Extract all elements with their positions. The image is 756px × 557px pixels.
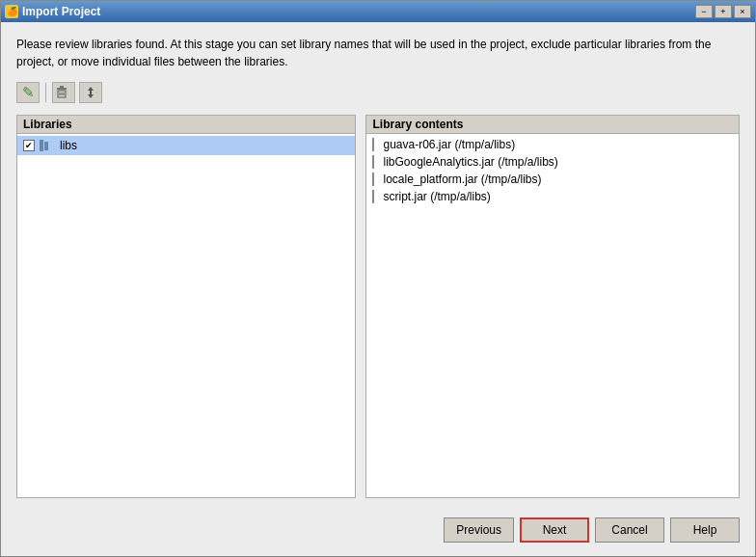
libs-icon — [40, 139, 55, 152]
content-area: Please review libraries found. At this s… — [1, 22, 755, 508]
title-bar-left: 🍊 Import Project — [5, 5, 100, 18]
library-contents-panel: Library contents guava-r06.jar (/tmp/a/l… — [365, 115, 740, 498]
jar-label: libGoogleAnalytics.jar (/tmp/a/libs) — [383, 155, 557, 169]
jar-item[interactable]: guava-r06.jar (/tmp/a/libs) — [366, 136, 739, 153]
title-bar: 🍊 Import Project − + × — [1, 1, 755, 22]
libs-checkbox[interactable]: ✔ — [23, 140, 35, 151]
toolbar-separator-1 — [45, 83, 46, 102]
move-button[interactable] — [79, 82, 102, 103]
jar-label: locale_platform.jar (/tmp/a/libs) — [383, 172, 541, 186]
libs-label: libs — [60, 139, 77, 152]
next-button[interactable]: Next — [520, 517, 589, 543]
window-controls: − + × — [695, 5, 751, 18]
app-icon: 🍊 — [5, 5, 18, 18]
toolbar: ✎ — [16, 80, 740, 105]
svg-rect-8 — [90, 91, 92, 94]
help-button[interactable]: Help — [670, 517, 740, 543]
jar-icon — [372, 190, 378, 203]
cancel-button[interactable]: Cancel — [595, 517, 664, 543]
jar-icon — [372, 172, 378, 186]
main-window: 🍊 Import Project − + × Please review lib… — [0, 0, 756, 557]
library-contents-list: guava-r06.jar (/tmp/a/libs) libGoogleAna… — [366, 134, 739, 497]
jar-item[interactable]: locale_platform.jar (/tmp/a/libs) — [366, 171, 739, 188]
description-text: Please review libraries found. At this s… — [16, 36, 740, 70]
libraries-panel: Libraries ✔ libs — [16, 115, 356, 498]
close-button[interactable]: × — [734, 5, 751, 18]
maximize-button[interactable]: + — [715, 5, 732, 18]
libraries-list: ✔ libs — [17, 134, 355, 497]
svg-marker-6 — [88, 87, 94, 91]
panels-row: Libraries ✔ libs Library contents — [16, 115, 740, 498]
jar-icon — [372, 155, 378, 169]
jar-item[interactable]: script.jar (/tmp/a/libs) — [366, 188, 739, 205]
previous-button[interactable]: Previous — [444, 517, 514, 543]
remove-button[interactable] — [52, 82, 75, 103]
minimize-button[interactable]: − — [695, 5, 713, 18]
svg-marker-7 — [88, 94, 94, 98]
edit-button[interactable]: ✎ — [16, 82, 40, 103]
library-item-libs[interactable]: ✔ libs — [17, 136, 355, 155]
library-contents-panel-header: Library contents — [366, 116, 739, 134]
libraries-panel-header: Libraries — [17, 116, 355, 134]
jar-label: script.jar (/tmp/a/libs) — [383, 190, 490, 203]
jar-label: guava-r06.jar (/tmp/a/libs) — [383, 138, 515, 151]
jar-item[interactable]: libGoogleAnalytics.jar (/tmp/a/libs) — [366, 153, 739, 171]
footer: Previous Next Cancel Help — [1, 508, 755, 556]
window-title: Import Project — [22, 5, 100, 18]
jar-icon — [372, 138, 378, 151]
